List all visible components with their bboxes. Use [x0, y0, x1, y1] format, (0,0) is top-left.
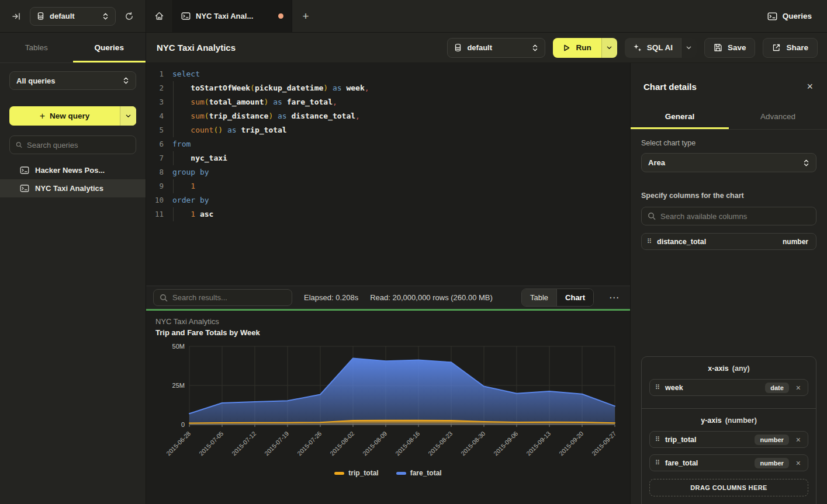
tab-nyc-taxi-analytics[interactable]: NYC Taxi Anal...	[173, 0, 292, 32]
sidebar-tab-tables[interactable]: Tables	[0, 33, 73, 62]
remove-column-button[interactable]: ×	[794, 459, 802, 467]
y-axis-hint: (number)	[725, 416, 757, 425]
columns-search	[641, 207, 816, 225]
drop-zone[interactable]: DRAG COLUMNS HERE	[649, 479, 808, 496]
share-button[interactable]: Share	[763, 38, 818, 58]
remove-column-button[interactable]: ×	[794, 436, 802, 444]
results-toolbar: Elapsed: 0.208s Read: 20,000,000 rows (2…	[146, 286, 630, 309]
save-button[interactable]: Save	[704, 38, 756, 58]
y-axis-section: y-axis(number) ⠿trip_totalnumber×⠿fare_t…	[642, 408, 816, 504]
tab-general[interactable]: General	[631, 104, 729, 129]
editor-line: 4 sum(trip_distance) as distance_total,	[146, 109, 630, 123]
page-title: NYC Taxi Analytics	[157, 43, 236, 53]
svg-text:0: 0	[181, 421, 185, 428]
column-row[interactable]: ⠿trip_totalnumber×	[649, 431, 808, 448]
legend-item[interactable]: fare_total	[396, 469, 442, 477]
query-list: Hacker News Pos...NYC Taxi Analytics	[0, 161, 146, 197]
query-search-input[interactable]	[27, 141, 130, 150]
sidebar-tabs: Tables Queries	[0, 33, 146, 63]
database-selector[interactable]: default	[30, 7, 116, 26]
save-icon	[714, 43, 722, 52]
new-query-label: New query	[50, 112, 89, 120]
panel-header: Chart details ×	[631, 63, 827, 104]
run-button[interactable]: Run	[553, 38, 601, 58]
query-list-item[interactable]: NYC Taxi Analytics	[0, 179, 146, 197]
tab-home[interactable]	[146, 0, 173, 32]
chart-type-label: Select chart type	[641, 139, 816, 147]
drag-handle-icon[interactable]: ⠿	[655, 436, 660, 443]
y-axis-title: y-axis	[701, 416, 721, 425]
new-tab-button[interactable]: +	[292, 0, 319, 32]
queries-button[interactable]: Queries	[767, 0, 812, 32]
column-row[interactable]: ⠿distance_totalnumber	[641, 233, 816, 250]
view-toggle-table[interactable]: Table	[522, 289, 556, 306]
run-database-selector[interactable]: default	[447, 38, 545, 58]
tab-advanced[interactable]: Advanced	[729, 104, 827, 129]
line-number: 2	[146, 81, 164, 95]
chart-type-select[interactable]: Area	[641, 153, 816, 172]
search-icon	[648, 212, 656, 220]
editor-line: 10order by	[146, 193, 630, 207]
results-search	[153, 289, 292, 306]
tab-strip: NYC Taxi Anal... +	[146, 0, 319, 32]
sql-ai-dropdown-button[interactable]	[681, 38, 697, 58]
columns-search-input[interactable]	[660, 212, 810, 221]
close-button[interactable]: ×	[807, 81, 813, 92]
run-dropdown-button[interactable]	[601, 38, 617, 58]
chevron-updown-icon	[803, 159, 809, 167]
editor-line: 8group by	[146, 165, 630, 179]
view-toggle-chart[interactable]: Chart	[556, 289, 593, 306]
run-split-button: Run	[553, 38, 617, 58]
results-search-input[interactable]	[172, 293, 286, 302]
query-header: NYC Taxi Analytics default Run	[146, 33, 827, 63]
svg-text:2015-09-06: 2015-09-06	[492, 430, 520, 457]
svg-text:2015-08-16: 2015-08-16	[394, 430, 421, 457]
share-label: Share	[786, 43, 808, 52]
collapse-sidebar-button[interactable]	[11, 11, 22, 22]
sql-ai-button[interactable]: SQL AI	[625, 38, 681, 58]
query-item-label: NYC Taxi Analytics	[35, 184, 103, 193]
remove-column-button[interactable]: ×	[794, 384, 802, 392]
svg-text:25M: 25M	[172, 382, 185, 389]
line-number: 4	[146, 109, 164, 123]
legend-label: fare_total	[410, 469, 442, 477]
drag-handle-icon[interactable]: ⠿	[647, 238, 652, 245]
elapsed-text: Elapsed: 0.208s	[304, 293, 358, 302]
sidebar-tab-queries[interactable]: Queries	[73, 33, 146, 62]
drag-handle-icon[interactable]: ⠿	[655, 460, 660, 466]
column-row[interactable]: ⠿weekdate×	[649, 379, 808, 396]
topbar-left: default	[0, 0, 146, 32]
editor-line: 6from	[146, 137, 630, 151]
more-options-button[interactable]: ⋯	[605, 291, 623, 304]
query-filter-select[interactable]: All queries	[9, 71, 136, 90]
editor-lines: 1select2 toStartOfWeek(pickup_datetime) …	[146, 67, 630, 286]
column-name: week	[665, 384, 760, 392]
query-item-label: Hacker News Pos...	[35, 166, 105, 175]
save-label: Save	[728, 43, 746, 52]
x-axis-section: x-axis(any) ⠿weekdate×	[642, 357, 816, 408]
query-list-item[interactable]: Hacker News Pos...	[0, 161, 146, 179]
new-query-button[interactable]: + New query	[9, 106, 136, 126]
header-actions: default Run SQL AI	[447, 38, 818, 58]
queries-button-label: Queries	[783, 12, 812, 20]
refresh-button[interactable]	[123, 11, 135, 22]
chevron-updown-icon	[123, 77, 129, 85]
drag-handle-icon[interactable]: ⠿	[655, 384, 660, 391]
chart-type-value: Area	[648, 158, 798, 167]
column-row[interactable]: ⠿fare_totalnumber×	[649, 454, 808, 471]
sidebar: Tables Queries All queries + New query	[0, 33, 146, 504]
new-query-dropdown[interactable]	[120, 106, 136, 126]
column-name: fare_total	[665, 459, 749, 467]
read-stats-text: Read: 20,000,000 rows (260.00 MB)	[370, 293, 493, 302]
editor-line: 11 1 asc	[146, 207, 630, 221]
sql-editor[interactable]: 1select2 toStartOfWeek(pickup_datetime) …	[146, 63, 630, 286]
main-content: 1select2 toStartOfWeek(pickup_datetime) …	[146, 63, 630, 504]
line-number: 6	[146, 137, 164, 151]
editor-line: 7 nyc_taxi	[146, 151, 630, 165]
chevron-updown-icon	[532, 44, 538, 52]
query-filter-value: All queries	[16, 77, 117, 85]
columns-label: Specify columns for the chart	[641, 192, 816, 200]
legend-item[interactable]: trip_total	[334, 469, 378, 477]
column-name: distance_total	[657, 238, 777, 246]
legend-swatch	[396, 472, 406, 475]
